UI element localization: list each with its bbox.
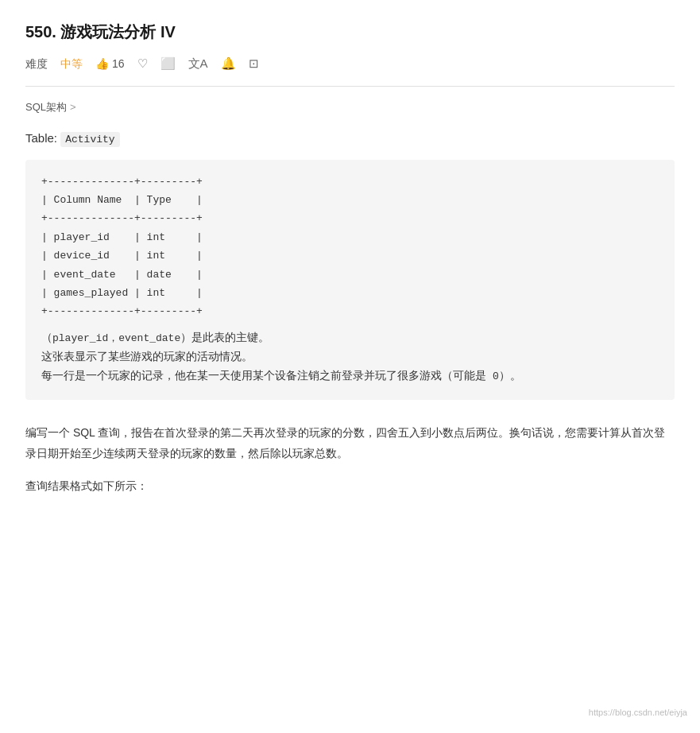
bell-icon[interactable]: 🔔 xyxy=(221,54,236,73)
schema-note-2: 这张表显示了某些游戏的玩家的活动情况。 xyxy=(41,348,659,367)
schema-notes: （player_id，event_date）是此表的主键。 这张表显示了某些游戏… xyxy=(41,329,659,387)
translate-icon[interactable]: 文A xyxy=(188,54,208,73)
table-label: Table: Activity xyxy=(25,129,675,149)
schema-box: +--------------+---------+ | Column Name… xyxy=(25,160,675,400)
breadcrumb-arrow: > xyxy=(70,99,76,116)
share-icon[interactable]: ⬜ xyxy=(160,54,176,73)
thumbs-up-icon: 👍 xyxy=(95,55,109,72)
meta-row: 难度 中等 👍 16 ♡ ⬜ 文A 🔔 ⊡ xyxy=(25,54,675,73)
breadcrumb-sql-link[interactable]: SQL架构 xyxy=(25,99,67,116)
watermark: https://blog.csdn.net/eiyja xyxy=(589,706,687,720)
table-name-code: Activity xyxy=(60,132,119,147)
bookmark-icon[interactable]: ⊡ xyxy=(249,54,259,73)
breadcrumb[interactable]: SQL架构 > xyxy=(25,99,675,116)
difficulty-value: 中等 xyxy=(60,55,83,72)
like-count: 16 xyxy=(112,55,125,72)
difficulty-label: 难度 xyxy=(25,55,48,72)
heart-icon[interactable]: ♡ xyxy=(137,54,148,73)
query-result-label: 查询结果格式如下所示： xyxy=(25,477,675,494)
description: 编写一个 SQL 查询，报告在首次登录的第二天再次登录的玩家的分数，四舍五入到小… xyxy=(25,422,675,464)
page-title: 550. 游戏玩法分析 IV xyxy=(25,19,675,45)
like-section[interactable]: 👍 16 xyxy=(95,55,125,72)
schema-note-3: 每一行是一个玩家的记录，他在某一天使用某个设备注销之前登录并玩了很多游戏（可能是… xyxy=(41,367,659,386)
schema-note-1: （player_id，event_date）是此表的主键。 xyxy=(41,329,659,348)
divider xyxy=(25,86,675,87)
schema-content: +--------------+---------+ | Column Name… xyxy=(41,173,659,321)
